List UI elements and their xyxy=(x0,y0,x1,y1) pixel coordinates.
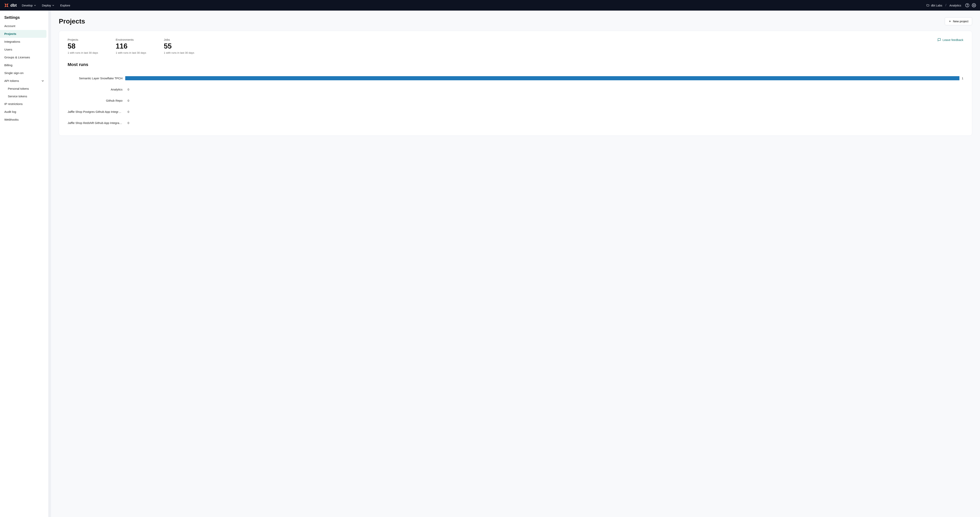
chevron-down-icon xyxy=(34,4,36,6)
sidebar-item-account[interactable]: Account xyxy=(0,22,48,30)
sidebar-item-webhooks[interactable]: Webhooks xyxy=(0,116,48,124)
dbt-logo-icon xyxy=(4,3,9,8)
sidebar-heading: Settings xyxy=(0,15,48,22)
nav-deploy[interactable]: Deploy xyxy=(42,4,54,7)
gear-icon xyxy=(972,3,976,8)
sidebar-item-sso[interactable]: Single sign-on xyxy=(0,69,48,77)
chart-row-label: Jaffle Shop Postgres Github App Integrat… xyxy=(68,110,123,113)
nav-explore-label: Explore xyxy=(60,4,70,7)
settings-sidebar: Settings AccountProjectsIntegrationsUser… xyxy=(0,11,49,517)
chart-value: 0 xyxy=(127,121,129,125)
brand-logo[interactable]: dbt xyxy=(4,3,17,8)
chevron-down-icon xyxy=(52,4,54,6)
svg-point-2 xyxy=(973,5,975,6)
sidebar-item-projects[interactable]: Projects xyxy=(0,30,46,38)
sidebar-item-ip-restrictions-label: IP restrictions xyxy=(4,102,23,106)
leave-feedback-link[interactable]: Leave feedback xyxy=(937,38,963,41)
feedback-label: Leave feedback xyxy=(943,38,963,41)
breadcrumb-project-label: Analytics xyxy=(950,4,961,7)
new-project-button[interactable]: New project xyxy=(945,17,972,25)
sidebar-item-webhooks-label: Webhooks xyxy=(4,118,19,121)
stat-projects: Projects581 with runs in last 30 days xyxy=(68,38,98,54)
sidebar-item-service-tokens[interactable]: Service tokens xyxy=(0,92,48,100)
sidebar-divider xyxy=(49,11,51,517)
new-project-label: New project xyxy=(953,20,969,23)
chart-row: Semantic Layer Snowflake TPCH1 xyxy=(68,73,963,84)
nav-deploy-label: Deploy xyxy=(42,4,51,7)
stat-environments: Environments1161 with runs in last 30 da… xyxy=(116,38,146,54)
stats-row: Projects581 with runs in last 30 daysEnv… xyxy=(68,38,963,54)
breadcrumb-project[interactable]: Analytics xyxy=(950,4,963,7)
nav-explore[interactable]: Explore xyxy=(60,4,70,7)
brand-text: dbt xyxy=(10,3,17,8)
breadcrumb-org[interactable]: dbt Labs xyxy=(926,4,942,7)
chart-bar-wrap: 1 xyxy=(125,76,963,80)
sidebar-item-ip-restrictions[interactable]: IP restrictions xyxy=(0,100,48,108)
chart-row: Analytics0 xyxy=(68,84,963,95)
chart-row-label: Semantic Layer Snowflake TPCH xyxy=(68,76,123,80)
page-title: Projects xyxy=(59,17,85,25)
chart-bar-wrap: 0 xyxy=(125,109,963,114)
page-header: Projects New project xyxy=(59,17,972,25)
primary-nav: DevelopDeployExplore xyxy=(22,4,70,7)
chart-row: Jaffle Shop Redshift Github App Integrat… xyxy=(68,117,963,128)
sidebar-item-billing-label: Billing xyxy=(4,63,12,67)
folder-icon xyxy=(926,4,929,7)
sidebar-item-projects-label: Projects xyxy=(4,32,16,36)
breadcrumb-separator: / xyxy=(945,3,947,7)
top-nav-right: dbt Labs / Analytics xyxy=(926,3,976,8)
breadcrumb-org-label: dbt Labs xyxy=(931,4,942,7)
sidebar-item-integrations[interactable]: Integrations xyxy=(0,38,48,46)
chart-row: Github Repo0 xyxy=(68,95,963,106)
stat-value: 58 xyxy=(68,42,98,50)
most-runs-chart: Semantic Layer Snowflake TPCH1Analytics0… xyxy=(68,73,963,128)
chart-bar-wrap: 0 xyxy=(125,87,963,92)
app-shell: Settings AccountProjectsIntegrationsUser… xyxy=(0,11,980,517)
nav-develop-label: Develop xyxy=(22,4,33,7)
chart-row-label: Analytics xyxy=(68,88,123,91)
sidebar-item-groups-licenses[interactable]: Groups & Licenses xyxy=(0,54,48,61)
sidebar-item-account-label: Account xyxy=(4,24,15,28)
chart-value: 0 xyxy=(127,88,129,91)
help-button[interactable] xyxy=(965,3,969,8)
chart-value: 0 xyxy=(127,110,129,113)
stat-subtext: 1 with runs in last 30 days xyxy=(68,51,98,54)
chart-bar-wrap: 0 xyxy=(125,98,963,103)
chart-bar-wrap: 0 xyxy=(125,121,963,125)
chevron-down-icon xyxy=(41,79,44,82)
stat-label: Environments xyxy=(116,38,146,41)
chart-row-label: Github Repo xyxy=(68,99,123,102)
stat-subtext: 1 with runs in last 30 days xyxy=(116,51,146,54)
sidebar-item-sso-label: Single sign-on xyxy=(4,71,24,75)
sidebar-nav: AccountProjectsIntegrationsUsersGroups &… xyxy=(0,22,48,124)
sidebar-item-users-label: Users xyxy=(4,48,12,51)
sidebar-item-personal-tokens[interactable]: Personal tokens xyxy=(0,85,48,92)
chart-bar xyxy=(125,76,959,80)
chart-value: 1 xyxy=(962,76,963,80)
sidebar-item-api-tokens-label: API tokens xyxy=(4,79,19,82)
sidebar-item-groups-licenses-label: Groups & Licenses xyxy=(4,56,30,59)
main-content: Projects New project Projects581 with ru… xyxy=(51,11,980,517)
sidebar-item-billing[interactable]: Billing xyxy=(0,61,48,69)
stat-jobs: Jobs551 with runs in last 30 days xyxy=(164,38,194,54)
feedback-icon xyxy=(937,38,941,41)
most-runs-heading: Most runs xyxy=(68,62,963,67)
projects-summary-card: Projects581 with runs in last 30 daysEnv… xyxy=(59,31,972,136)
stat-subtext: 1 with runs in last 30 days xyxy=(164,51,194,54)
sidebar-item-users[interactable]: Users xyxy=(0,46,48,54)
chart-row-label: Jaffle Shop Redshift Github App Integrat… xyxy=(68,121,123,125)
stat-label: Projects xyxy=(68,38,98,41)
stat-value: 55 xyxy=(164,42,194,50)
stat-label: Jobs xyxy=(164,38,194,41)
settings-button[interactable] xyxy=(972,3,976,8)
sidebar-item-personal-tokens-label: Personal tokens xyxy=(8,87,29,90)
nav-develop[interactable]: Develop xyxy=(22,4,36,7)
sidebar-item-api-tokens[interactable]: API tokens xyxy=(0,77,48,85)
sidebar-item-audit-log[interactable]: Audit log xyxy=(0,108,48,116)
chart-value: 0 xyxy=(127,99,129,102)
sidebar-item-service-tokens-label: Service tokens xyxy=(8,95,27,98)
top-nav: dbt DevelopDeployExplore dbt Labs / Anal… xyxy=(0,0,980,11)
stat-value: 116 xyxy=(116,42,146,50)
plus-icon xyxy=(948,20,951,23)
chart-row: Jaffle Shop Postgres Github App Integrat… xyxy=(68,106,963,117)
